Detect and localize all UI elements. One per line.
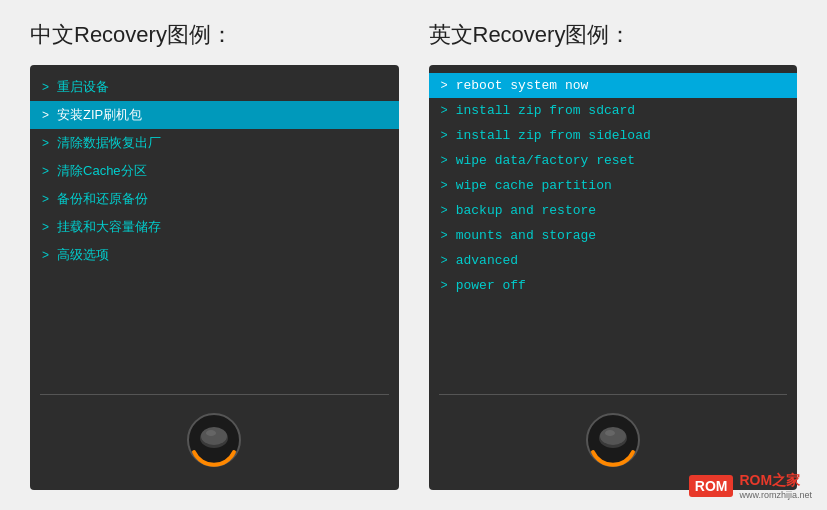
- en-menu-item-power-off[interactable]: >power off: [429, 273, 798, 298]
- arrow-icon: >: [42, 192, 49, 206]
- en-section-title: 英文Recovery图例：: [429, 20, 798, 50]
- cn-menu-item-wipe-cache[interactable]: >清除Cache分区: [30, 157, 399, 185]
- en-menu-list: >reboot system now>install zip from sdca…: [429, 65, 798, 394]
- rom-url: www.romzhijia.net: [739, 490, 812, 500]
- cn-menu-item-backup[interactable]: >备份和还原备份: [30, 185, 399, 213]
- en-menu-item-wipe-cache[interactable]: >wipe cache partition: [429, 173, 798, 198]
- en-menu-item-mount[interactable]: >mounts and storage: [429, 223, 798, 248]
- arrow-icon: >: [441, 129, 448, 143]
- arrow-icon: >: [441, 254, 448, 268]
- en-menu-item-advanced[interactable]: >advanced: [429, 248, 798, 273]
- cn-menu-item-reboot[interactable]: >重启设备: [30, 73, 399, 101]
- en-menu-item-install-sdcard[interactable]: >install zip from sdcard: [429, 98, 798, 123]
- arrow-icon: >: [42, 220, 49, 234]
- cn-knob-area: [30, 395, 399, 490]
- arrow-icon: >: [441, 229, 448, 243]
- svg-point-7: [605, 430, 615, 436]
- arrow-icon: >: [42, 136, 49, 150]
- arrow-icon: >: [441, 154, 448, 168]
- en-device-screen: >reboot system now>install zip from sdca…: [429, 65, 798, 490]
- arrow-icon: >: [441, 179, 448, 193]
- arrow-icon: >: [42, 108, 49, 122]
- cn-menu-item-mount[interactable]: >挂载和大容量储存: [30, 213, 399, 241]
- rom-brand: ROM之家: [739, 472, 812, 490]
- en-knob: [583, 410, 643, 470]
- cn-menu-list: >重启设备>安装ZIP刷机包>清除数据恢复出厂>清除Cache分区>备份和还原备…: [30, 65, 399, 394]
- arrow-icon: >: [42, 164, 49, 178]
- rom-logo: ROM ROM之家 www.romzhijia.net: [689, 472, 812, 500]
- svg-point-3: [206, 430, 216, 436]
- svg-point-6: [600, 427, 626, 445]
- rom-logo-box: ROM: [689, 475, 734, 497]
- en-menu-item-backup[interactable]: >backup and restore: [429, 198, 798, 223]
- en-menu-item-install-sideload[interactable]: >install zip from sideload: [429, 123, 798, 148]
- arrow-icon: >: [441, 279, 448, 293]
- cn-knob: [184, 410, 244, 470]
- rom-brand-suffix: 之家: [772, 472, 800, 488]
- cn-device-screen: >重启设备>安装ZIP刷机包>清除数据恢复出厂>清除Cache分区>备份和还原备…: [30, 65, 399, 490]
- main-container: 中文Recovery图例： >重启设备>安装ZIP刷机包>清除数据恢复出厂>清除…: [0, 0, 827, 510]
- arrow-icon: >: [441, 104, 448, 118]
- cn-menu-item-advanced[interactable]: >高级选项: [30, 241, 399, 269]
- rom-logo-text-block: ROM之家 www.romzhijia.net: [739, 472, 812, 500]
- rom-brand-highlight: ROM: [739, 472, 772, 488]
- cn-menu-item-wipe-data[interactable]: >清除数据恢复出厂: [30, 129, 399, 157]
- en-menu-item-wipe-data[interactable]: >wipe data/factory reset: [429, 148, 798, 173]
- arrow-icon: >: [42, 80, 49, 94]
- en-section: 英文Recovery图例： >reboot system now>install…: [429, 20, 798, 490]
- cn-section-title: 中文Recovery图例：: [30, 20, 399, 50]
- arrow-icon: >: [441, 79, 448, 93]
- en-menu-item-reboot[interactable]: >reboot system now: [429, 73, 798, 98]
- arrow-icon: >: [441, 204, 448, 218]
- svg-point-2: [201, 427, 227, 445]
- arrow-icon: >: [42, 248, 49, 262]
- cn-menu-item-install-zip[interactable]: >安装ZIP刷机包: [30, 101, 399, 129]
- cn-section: 中文Recovery图例： >重启设备>安装ZIP刷机包>清除数据恢复出厂>清除…: [30, 20, 399, 490]
